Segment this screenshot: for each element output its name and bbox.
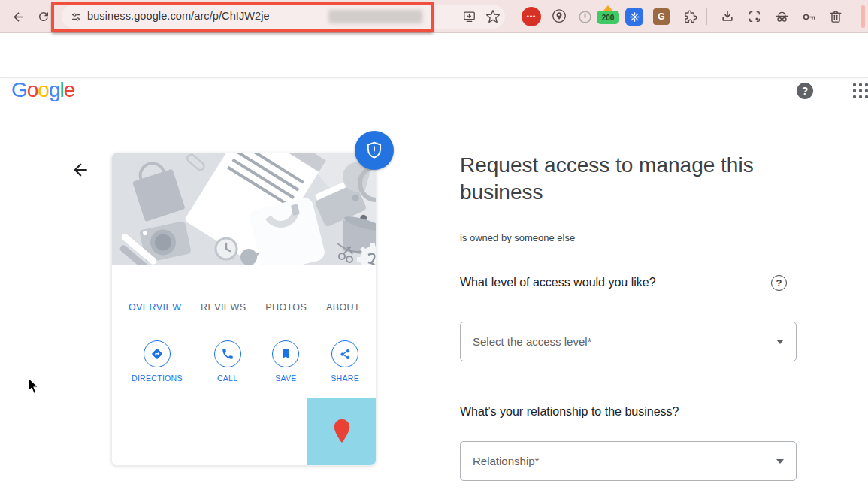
- save-button[interactable]: SAVE: [272, 340, 299, 383]
- tab-about[interactable]: ABOUT: [326, 302, 360, 313]
- install-app-icon[interactable]: [457, 5, 481, 29]
- password-manager-extension-icon[interactable]: •••: [522, 7, 541, 26]
- location-extension-icon[interactable]: [547, 5, 571, 29]
- url-highlight-annotation: [51, 2, 434, 32]
- relationship-dropdown[interactable]: Relationship*: [460, 441, 797, 481]
- map-pin-icon: [332, 418, 352, 445]
- tab-reviews[interactable]: REVIEWS: [201, 302, 246, 313]
- incognito-spy-icon[interactable]: [770, 5, 794, 29]
- chevron-down-icon: [776, 459, 784, 464]
- gear-extension-icon[interactable]: [625, 8, 643, 26]
- relationship-question: What’s your relationship to the business…: [460, 405, 679, 419]
- map-preview: [112, 398, 376, 466]
- extensions-puzzle-icon[interactable]: [678, 5, 702, 29]
- screen-capture-icon[interactable]: [742, 5, 767, 29]
- shield-alert-badge-icon: [355, 131, 394, 170]
- tab-overview[interactable]: OVERVIEW: [129, 302, 181, 313]
- business-name-row: [112, 265, 376, 289]
- access-level-placeholder: Select the access level*: [473, 335, 776, 348]
- business-tabs: OVERVIEW REVIEWS PHOTOS ABOUT: [112, 289, 376, 325]
- points-extension-crown-icon: [603, 5, 612, 11]
- directions-button[interactable]: DIRECTIONS: [132, 340, 183, 383]
- tab-photos[interactable]: PHOTOS: [265, 302, 307, 313]
- mouse-cursor: [27, 377, 41, 395]
- access-help-icon[interactable]: ?: [771, 275, 787, 291]
- share-icon: [331, 340, 358, 367]
- downloads-icon[interactable]: [715, 5, 739, 29]
- help-icon[interactable]: ?: [797, 83, 813, 99]
- chevron-down-icon: [776, 340, 784, 344]
- google-page-header: Google ?: [0, 33, 868, 78]
- call-button[interactable]: CALL: [214, 340, 241, 383]
- browser-back-icon[interactable]: [6, 5, 30, 29]
- access-level-question: What level of access would you like?: [460, 276, 656, 289]
- power-extension-icon[interactable]: [573, 5, 597, 29]
- google-apps-grid-icon[interactable]: [853, 83, 868, 98]
- g-extension-icon[interactable]: G: [653, 8, 670, 25]
- business-cover-illustration: [112, 153, 376, 265]
- business-preview-card: OVERVIEW REVIEWS PHOTOS ABOUT DIRECTIONS…: [111, 153, 377, 466]
- call-icon: [214, 340, 241, 367]
- toolbar-separator: [706, 8, 707, 25]
- trash-icon[interactable]: [824, 5, 848, 29]
- bookmark-star-icon[interactable]: [481, 5, 505, 29]
- page-title: Request access to manage this business: [460, 152, 806, 206]
- right-edge-annotation: [861, 5, 865, 28]
- points-extension-icon[interactable]: 200: [597, 11, 619, 24]
- relationship-placeholder: Relationship*: [473, 455, 776, 467]
- business-actions: DIRECTIONS CALL SAVE SHARE: [112, 325, 376, 398]
- page-back-arrow[interactable]: [71, 160, 90, 180]
- google-logo: Google: [11, 78, 74, 102]
- password-key-icon[interactable]: [797, 5, 821, 29]
- owner-note: is owned by someone else: [460, 232, 575, 243]
- directions-icon: [144, 340, 171, 367]
- save-bookmark-icon: [272, 340, 299, 367]
- access-level-dropdown[interactable]: Select the access level*: [460, 322, 797, 361]
- share-button[interactable]: SHARE: [331, 340, 359, 383]
- map-water-area: [307, 398, 376, 466]
